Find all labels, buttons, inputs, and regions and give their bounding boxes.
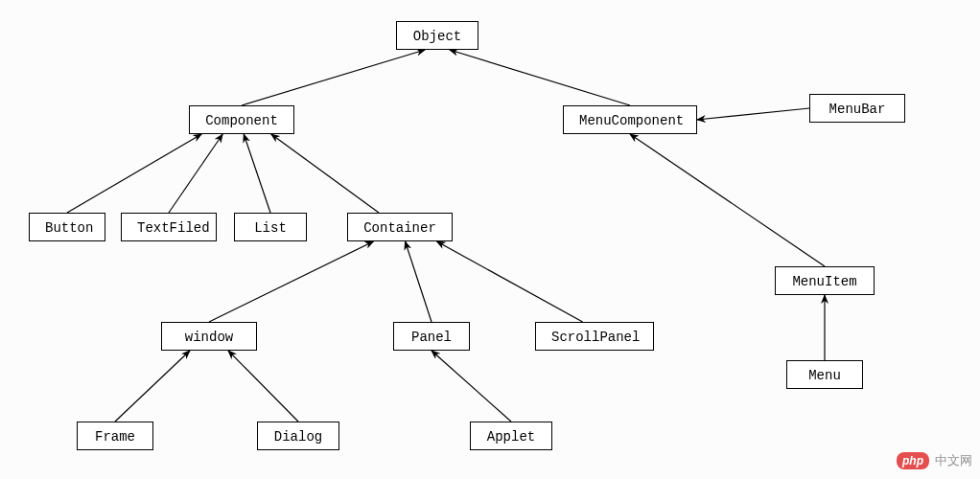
- node-applet: Applet: [470, 422, 552, 450]
- edge-menuitem-to-menucomponent: [630, 134, 825, 266]
- node-object: Object: [396, 21, 478, 50]
- node-component: Component: [189, 105, 294, 134]
- node-menu: Menu: [786, 360, 863, 389]
- node-dialog: Dialog: [257, 422, 339, 450]
- node-button: Button: [29, 213, 105, 241]
- edge-component-to-object: [242, 50, 425, 105]
- edge-scrollpanel-to-container: [437, 241, 583, 322]
- edge-panel-to-container: [406, 241, 432, 322]
- watermark: php 中文网: [897, 452, 972, 469]
- edge-applet-to-panel: [432, 351, 511, 422]
- node-container: Container: [347, 213, 453, 241]
- node-scrollpanel: ScrollPanel: [535, 322, 654, 351]
- node-menuitem: MenuItem: [775, 266, 875, 295]
- edge-textfiled-to-component: [169, 134, 222, 213]
- node-menucomponent: MenuComponent: [563, 105, 697, 134]
- node-frame: Frame: [77, 422, 153, 450]
- edge-dialog-to-window: [228, 351, 298, 422]
- node-textfiled: TextFiled: [121, 213, 217, 241]
- edge-container-to-component: [271, 134, 379, 213]
- node-menubar: MenuBar: [809, 94, 905, 123]
- node-panel: Panel: [393, 322, 470, 351]
- watermark-badge: php: [897, 452, 929, 469]
- watermark-text: 中文网: [935, 452, 972, 469]
- edge-frame-to-window: [115, 351, 190, 422]
- node-window: window: [161, 322, 257, 351]
- edge-menucomponent-to-object: [450, 50, 630, 105]
- edge-window-to-container: [209, 241, 374, 322]
- node-list: List: [234, 213, 307, 241]
- edge-list-to-component: [244, 134, 270, 213]
- edge-menubar-to-menucomponent: [697, 108, 809, 120]
- edge-button-to-component: [67, 134, 201, 213]
